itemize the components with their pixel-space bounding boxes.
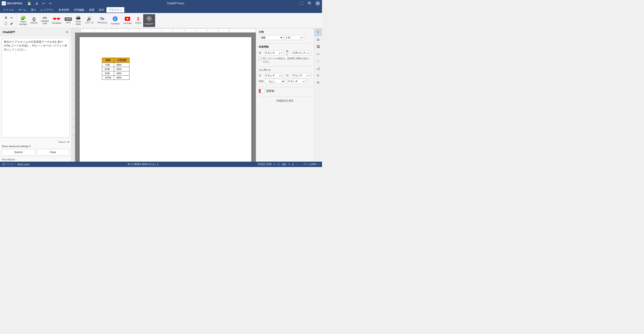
chatgpt-textarea[interactable]: 東京のリアルタイムの大気湿度データを含む表のHTMLコードを作成し、列とヘッダー…	[2, 38, 70, 138]
menu-insert[interactable]: 挿入	[28, 7, 38, 12]
paragraph-settings-icon[interactable]: ¶	[315, 29, 322, 36]
zoom-level: ズーム100%	[303, 163, 317, 166]
special-size-input[interactable]: 0 センチ ▲▼	[287, 79, 308, 84]
after-spacing-input[interactable]: 0.35 センチ ▲▼	[292, 50, 311, 56]
indent-left-spinner[interactable]: ▲▼	[279, 74, 283, 77]
indent-left-input[interactable]: 0 センチ ▲▼	[264, 73, 284, 78]
speech-button[interactable]: 🔊 スピーチ	[83, 14, 95, 27]
fit-width-icon[interactable]: ↔	[296, 163, 298, 166]
advanced-settings-label: Show advanced settings	[2, 145, 28, 148]
same-style-checkbox-row: 同じスタイルの場合は、段落間に間隔を追加しません。	[259, 57, 311, 63]
menu-view[interactable]: 表示	[96, 7, 106, 12]
menu-plugins[interactable]: プラグイン	[106, 7, 124, 12]
zotero-button[interactable]: Z Zotero	[134, 14, 143, 27]
table-cell-time: 10:00	[102, 76, 114, 80]
table-cell-time: 7:00	[102, 63, 114, 67]
print-button[interactable]: 🖨	[34, 1, 40, 6]
save-button[interactable]: 💾	[26, 1, 32, 6]
statusbar-left: 1/1 ページ Word count	[2, 163, 29, 166]
fit-page-icon[interactable]: ⊡	[292, 163, 294, 166]
chatgpt-panel-title: ChatGPT	[3, 30, 15, 34]
language-globe-icon: 🌐	[277, 163, 280, 166]
special-spinner[interactable]: ▲▼	[302, 80, 306, 82]
highlight-code-button[interactable]: </> Highlightcode	[39, 14, 50, 27]
ruler-mark: 11	[195, 29, 197, 31]
line-spacing-type-select[interactable]: 倍数	[259, 35, 283, 40]
text-art-icon[interactable]: A	[315, 72, 322, 79]
before-label: 前	[259, 52, 263, 54]
document-scroll[interactable]: 時間 大気湿度 7:00 60% 8:00 62%	[75, 33, 256, 162]
word-count-button[interactable]: Word count	[18, 163, 30, 166]
menu-protect[interactable]: 保護	[87, 7, 96, 12]
line-spacing-section: 行間 倍数 1.15 ▲▼	[259, 30, 311, 40]
right-panel: 行間 倍数 1.15 ▲▼ 段落間隔 前 0	[256, 28, 314, 162]
indent-right-spinner[interactable]: ▲▼	[306, 74, 310, 77]
line-spacing-spinner[interactable]: ▲▼	[300, 36, 304, 39]
clear-button[interactable]: Clear	[36, 149, 70, 156]
before-spinner[interactable]: ▲▼	[278, 52, 283, 54]
ruler-mark: 10	[184, 29, 186, 31]
plugin-manager-button[interactable]: 🧩 PluginManager	[18, 14, 29, 27]
avatar: JS	[315, 1, 320, 6]
ruler-mark: 9	[172, 29, 173, 31]
paragraph-spacing-section: 段落間隔 前 0 センチ ▲▼ 後に 0.35 センチ ▲▼ 同じスタイルの場合	[259, 45, 311, 63]
chatgpt-body: 東京のリアルタイムの大気湿度データを含む表のHTMLコードを作成し、列とヘッダー…	[0, 36, 71, 139]
mendeley-button[interactable]: ❤❤ Mendeley	[50, 14, 63, 27]
copy-button[interactable]: ⧉	[3, 15, 8, 20]
photo-editor-button[interactable]: 🏔 PhotoEditor	[74, 14, 83, 27]
indent-right-input[interactable]: 0 センチ ▲▼	[292, 73, 312, 78]
zoom-in-button[interactable]: +	[318, 163, 320, 166]
spellcheck-icon[interactable]: ABC	[282, 163, 287, 166]
redo-button[interactable]: ↪	[48, 1, 53, 6]
track-changes-icon[interactable]: ✎	[288, 163, 290, 166]
menu-home[interactable]: ホーム	[16, 7, 28, 12]
ruler-mark: 13	[217, 29, 219, 31]
menu-layout[interactable]: レイアウト	[38, 7, 56, 12]
macros-label: Macros	[31, 22, 38, 24]
search-button[interactable]: 🔍	[306, 1, 314, 6]
content-area: 1 2 3 4 5 6 7 8 9 10 11 12 13 14 1 2 3	[72, 28, 256, 162]
chatgpt-button[interactable]: ChatGPT	[143, 14, 155, 27]
language-selector[interactable]: 日本語 (日本)	[258, 163, 272, 166]
table-settings-icon[interactable]: ⊞	[315, 36, 322, 43]
ruler-inner: 1 2 3 4 5 6 7 8 9 10 11 12 13 14	[80, 28, 256, 32]
before-spacing-input[interactable]: 0 センチ ▲▼	[264, 50, 284, 56]
fullscreen-button[interactable]: ⛶	[298, 1, 304, 6]
same-style-checkbox[interactable]	[259, 57, 262, 60]
after-spinner[interactable]: ▲▼	[306, 52, 310, 54]
special-indent-select[interactable]: （なし）	[265, 79, 285, 84]
zoom-out-button[interactable]: −	[300, 163, 302, 166]
advanced-settings-toggle[interactable]: Show advanced settings ▾	[2, 145, 70, 148]
reconfigure-button[interactable]: Reconfigure	[0, 157, 71, 162]
humidity-table: 時間 大気湿度 7:00 60% 8:00 62%	[102, 58, 130, 80]
header-settings-icon[interactable]: ▭	[315, 50, 322, 57]
signature-icon[interactable]: ✉	[315, 79, 322, 86]
translator-label: Translator	[110, 22, 120, 25]
indent-label: インデント	[259, 68, 311, 72]
table-cell-time: 9:00	[102, 71, 114, 76]
color-swatch[interactable]	[259, 89, 265, 93]
menu-references[interactable]: 参考資料	[56, 7, 72, 12]
cut-button[interactable]: ✂	[9, 15, 14, 20]
image-settings-icon[interactable]: 🖼	[315, 43, 322, 50]
format-brush-button[interactable]: 🖌	[9, 20, 14, 26]
macros-button[interactable]: {} Macros	[29, 14, 39, 27]
chatgpt-close-button[interactable]: ✕	[66, 30, 69, 34]
ocr-button[interactable]: OCR OCR	[63, 14, 73, 27]
line-spacing-value-input[interactable]: 1.15 ▲▼	[285, 35, 305, 40]
translator-button[interactable]: G Translator	[109, 14, 122, 27]
advanced-settings-link[interactable]: 詳細設定を表示	[259, 98, 311, 103]
thesaurus-button[interactable]: Th Thesaurus	[96, 14, 109, 27]
paste-button[interactable]: 📋	[3, 20, 8, 26]
submit-button[interactable]: Submit	[2, 149, 35, 156]
chart-settings-icon[interactable]: 📊	[315, 65, 322, 72]
undo-button[interactable]: ↩	[41, 1, 46, 6]
shape-settings-icon[interactable]: ○	[315, 58, 322, 64]
menu-collab[interactable]: 共同編集	[72, 7, 87, 12]
paste-row: 📋 🖌	[3, 20, 14, 26]
table-row: 9:00 64%	[102, 71, 130, 76]
youtube-button[interactable]: YouTube	[122, 14, 133, 27]
language-dropdown-icon[interactable]: ▾	[274, 163, 275, 166]
menu-file[interactable]: ファイル	[1, 7, 16, 12]
line-spacing-label: 行間	[259, 30, 311, 34]
